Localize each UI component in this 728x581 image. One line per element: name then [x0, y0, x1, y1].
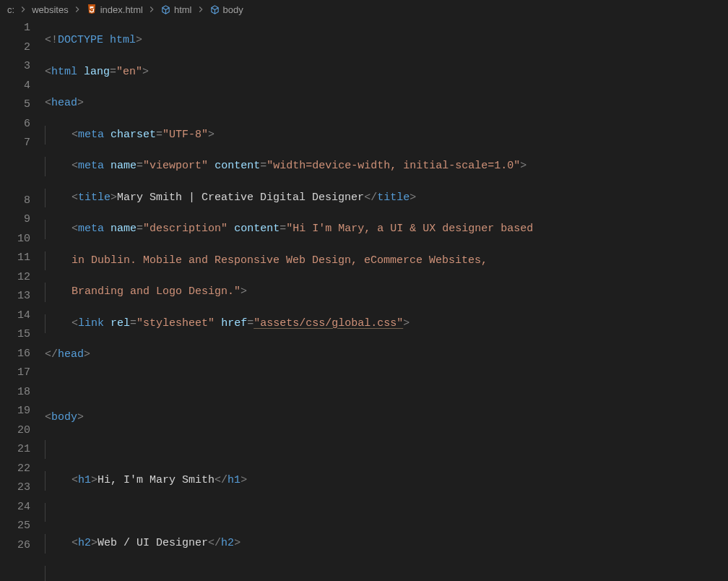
line-number-gutter: 1 2 3 4 5 6 7 8 9 10 11 12 13 14 15 16 1…	[0, 19, 45, 581]
breadcrumb-item[interactable]: html	[160, 4, 192, 15]
chevron-right-icon	[147, 4, 157, 16]
code-content[interactable]: <!DOCTYPE html> <html lang="en"> <head> …	[45, 19, 728, 581]
symbol-icon	[160, 4, 171, 15]
file-html-icon	[86, 4, 98, 15]
chevron-right-icon	[72, 4, 82, 16]
breadcrumb-item[interactable]: body	[209, 4, 243, 15]
symbol-icon	[209, 4, 220, 15]
breadcrumb-item[interactable]: websites	[32, 4, 69, 15]
chevron-right-icon	[196, 4, 206, 16]
breadcrumb-item[interactable]: index.html	[86, 4, 143, 15]
code-editor[interactable]: 1 2 3 4 5 6 7 8 9 10 11 12 13 14 15 16 1…	[0, 19, 728, 581]
breadcrumb: c: websites index.html html body	[0, 0, 728, 19]
chevron-right-icon	[18, 4, 28, 16]
breadcrumb-item[interactable]: c:	[7, 4, 14, 15]
